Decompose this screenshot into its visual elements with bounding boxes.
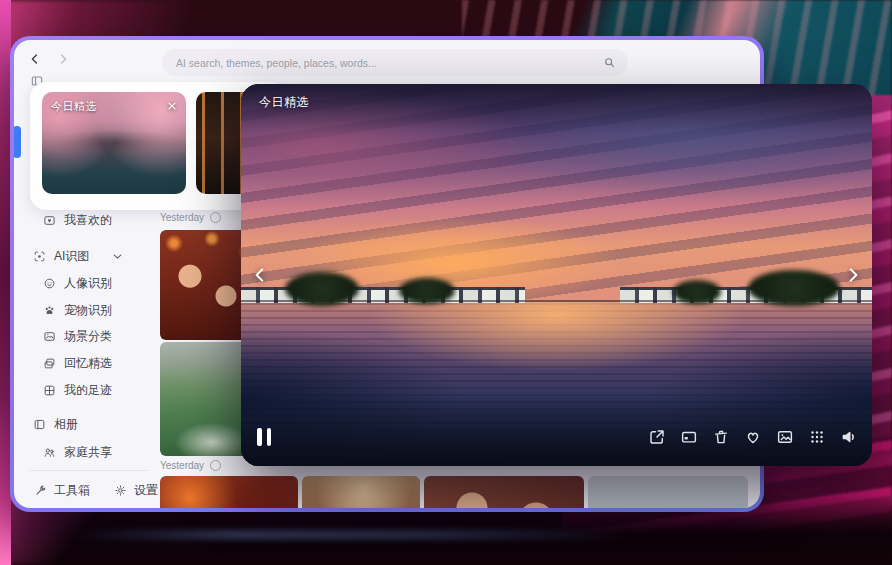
albums-icon	[33, 418, 46, 431]
sidebar-item-scene-classification[interactable]: 场景分类	[43, 326, 112, 346]
photo-street-crowd-daylight[interactable]	[588, 476, 748, 512]
sidebar-item-footprints[interactable]: 我的足迹	[43, 380, 112, 400]
sidebar-item-favorites[interactable]: 我喜欢的	[43, 210, 112, 230]
chevron-left-icon	[28, 52, 42, 66]
sidebar-item-ai-recognition[interactable]: AI识图	[33, 246, 124, 266]
previous-slide-button[interactable]	[245, 253, 275, 297]
chevron-right-icon	[844, 266, 862, 284]
slide-photo-tree	[399, 278, 455, 304]
footprints-icon	[43, 384, 56, 397]
volume-button[interactable]	[840, 428, 858, 446]
sidebar-item-label: 场景分类	[64, 328, 112, 345]
slide-top-gradient	[241, 84, 872, 132]
sidebar-item-label: 我的足迹	[64, 382, 112, 399]
favorite-button[interactable]	[744, 428, 762, 446]
family-share-icon	[43, 446, 56, 459]
settings-icon	[114, 484, 127, 497]
settings-button[interactable]: 设置	[114, 482, 158, 499]
pet-recognition-icon	[43, 304, 56, 317]
sidebar-item-family-share[interactable]: 家庭共享	[43, 442, 112, 462]
scene-classification-icon	[43, 330, 56, 343]
chevron-right-icon	[56, 52, 70, 66]
select-section-checkbox[interactable]	[210, 460, 221, 471]
ai-recognition-icon	[33, 250, 46, 263]
wallpaper-blue-streak	[70, 530, 630, 539]
slide-photo-tree	[285, 272, 359, 306]
search-icon[interactable]	[603, 56, 616, 69]
forward-button[interactable]	[52, 48, 74, 70]
timeline-section-header: Yesterday	[160, 212, 221, 223]
pause-icon	[267, 428, 272, 446]
timeline-section-header: Yesterday	[160, 460, 221, 471]
pause-button[interactable]	[257, 428, 271, 446]
delete-button[interactable]	[712, 428, 730, 446]
next-slide-button[interactable]	[838, 253, 868, 297]
photo-family-faces-closeup[interactable]	[424, 476, 584, 512]
grid-view-button[interactable]	[808, 428, 826, 446]
share-button[interactable]	[648, 428, 666, 446]
sidebar-item-face-recognition[interactable]: 人像识别	[43, 273, 112, 293]
face-recognition-icon	[43, 277, 56, 290]
featured-card-title: 今日精选	[51, 99, 97, 114]
settings-label: 设置	[134, 482, 158, 499]
scroll-indicator[interactable]	[13, 126, 21, 158]
toolbox-button[interactable]: 工具箱	[34, 482, 90, 499]
sidebar-item-label: 我喜欢的	[64, 212, 112, 229]
sidebar-item-label: 家庭共享	[64, 444, 112, 461]
chevron-down-icon[interactable]	[111, 250, 124, 263]
photo-warm-light-gathering[interactable]	[302, 476, 420, 512]
search-input[interactable]	[176, 57, 603, 69]
toolbox-icon	[34, 484, 47, 497]
sidebar-footer: 工具箱 设置	[34, 482, 158, 499]
sidebar-item-albums[interactable]: 相册	[33, 414, 78, 434]
toolbox-label: 工具箱	[54, 482, 90, 499]
slide-photo-tree	[673, 280, 721, 304]
slideshow-window: 今日精选	[241, 84, 872, 466]
chevron-left-icon	[251, 266, 269, 284]
card-view-button[interactable]	[680, 428, 698, 446]
photo-strip	[160, 476, 748, 512]
sidebar-item-label: 相册	[54, 416, 78, 433]
select-section-checkbox[interactable]	[210, 212, 221, 223]
save-image-button[interactable]	[776, 428, 794, 446]
sidebar-item-label: AI识图	[54, 248, 89, 265]
timeline-section-label: Yesterday	[160, 460, 204, 471]
favorites-icon	[43, 214, 56, 227]
close-icon[interactable]	[165, 99, 179, 113]
slideshow-actions	[648, 428, 858, 446]
sidebar-item-memories[interactable]: 回忆精选	[43, 353, 112, 373]
timeline-section-label: Yesterday	[160, 212, 204, 223]
sidebar-item-label: 回忆精选	[64, 355, 112, 372]
memories-icon	[43, 357, 56, 370]
featured-card-today[interactable]: 今日精选	[42, 92, 186, 194]
sidebar-item-pet-recognition[interactable]: 宠物识别	[43, 300, 112, 320]
slideshow-control-bar	[241, 414, 872, 466]
sidebar-item-label: 宠物识别	[64, 302, 112, 319]
search-bar[interactable]	[162, 49, 628, 76]
sidebar-divider	[30, 470, 148, 471]
photo-lantern-festival-crowd[interactable]	[160, 476, 298, 512]
slide-photo-tree	[748, 270, 840, 306]
back-button[interactable]	[24, 48, 46, 70]
slideshow-title: 今日精选	[259, 94, 309, 111]
pause-icon	[257, 428, 262, 446]
sidebar-item-label: 人像识别	[64, 275, 112, 292]
